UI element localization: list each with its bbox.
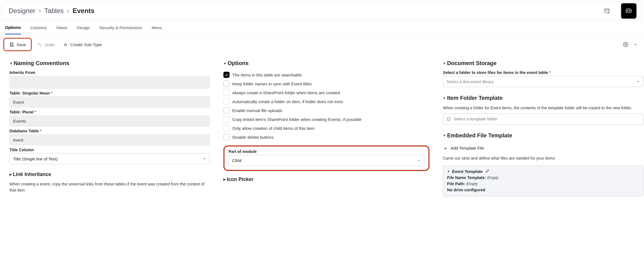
subtype-icon	[63, 42, 68, 47]
inherits-from-label: Inherits From	[9, 70, 210, 75]
toolbar-right	[620, 39, 640, 50]
option-searchable[interactable]: The items in this table are searchable	[223, 70, 430, 79]
chevron-down-icon	[636, 80, 640, 83]
undo-icon	[37, 42, 42, 47]
tab-views[interactable]: Views	[56, 21, 67, 34]
bookmark-icon	[447, 117, 451, 121]
checkbox-icon[interactable]	[223, 134, 230, 140]
toolbar-row: Save Undo Create Sub-Type	[0, 35, 644, 54]
select-placeholder: Select a template folder	[454, 116, 640, 121]
edit-icon[interactable]	[485, 169, 489, 173]
option-label: The items in this table are searchable	[232, 73, 302, 77]
section-title-text: Link Inheritance	[13, 172, 51, 177]
triangle-right-icon: ▶	[9, 173, 12, 176]
required-asterisk: *	[549, 70, 551, 75]
required-asterisk: *	[51, 91, 53, 95]
save-highlight-box: Save	[3, 38, 32, 51]
option-manual-upload[interactable]: Enable manual file uploads	[223, 106, 430, 115]
panel-icon-button[interactable]	[601, 5, 613, 16]
checkbox-icon[interactable]	[223, 81, 230, 87]
section-document-storage[interactable]: ▼ Document Storage	[443, 60, 643, 66]
singular-noun-input	[9, 96, 210, 108]
section-item-folder-template[interactable]: ▼ Item Folder Template	[443, 95, 643, 101]
chevron-down-icon[interactable]	[633, 42, 638, 47]
option-label: Only allow creation of child items of th…	[232, 126, 314, 131]
value-text: Empty	[466, 182, 478, 186]
event-template-box: ▼ Event Template File Name Template: Emp…	[443, 165, 643, 196]
checkbox-icon	[223, 125, 230, 131]
tab-columns[interactable]: Columns	[30, 21, 47, 34]
breadcrumb-root[interactable]: Designer	[9, 7, 35, 15]
option-auto-create-folder[interactable]: Automatically create a folder on item, i…	[223, 97, 430, 106]
option-disable-delete[interactable]: Disable delete buttons	[223, 133, 430, 142]
option-label: Automatically create a folder on item, i…	[232, 99, 343, 104]
plural-label: Table: Plural*	[9, 110, 210, 114]
checkbox-checked-icon[interactable]	[223, 72, 230, 78]
checkbox-icon	[223, 116, 230, 122]
ai-assistant-button[interactable]	[621, 3, 636, 19]
item-folder-desc: When creating a folder for Event items, …	[443, 105, 643, 111]
tab-security[interactable]: Security & Permissions	[99, 21, 142, 34]
column-options: ▼ Options The items in this table are se…	[223, 54, 430, 196]
header-bar: Designer › Tables › Events	[2, 1, 642, 21]
tab-menu[interactable]: Menu	[152, 21, 162, 34]
section-naming-conventions[interactable]: ▼ Naming Conventions	[9, 60, 210, 66]
section-title-text: Document Storage	[447, 60, 497, 66]
content-area: ▼ Naming Conventions Inherits From Table…	[0, 54, 644, 202]
breadcrumb: Designer › Tables › Events	[9, 7, 94, 15]
doc-storage-folder-label: Select a folder to store files for items…	[443, 70, 643, 75]
create-subtype-button[interactable]: Create Sub-Type	[60, 40, 104, 49]
link-inheritance-desc: When creating a event, copy the universa…	[9, 181, 210, 194]
header-actions	[601, 3, 636, 19]
required-asterisk: *	[35, 110, 36, 114]
tab-options[interactable]: Options	[5, 21, 21, 34]
checkbox-icon[interactable]	[223, 107, 230, 113]
section-link-inheritance[interactable]: ▶ Link Inheritance	[9, 172, 210, 177]
part-of-module-label: Part of module	[228, 149, 425, 154]
option-label: Disable delete buttons	[232, 135, 274, 140]
select-value: CRM	[232, 158, 242, 163]
settings-button[interactable]	[620, 39, 631, 50]
db-table-input	[9, 134, 210, 145]
breadcrumb-current: Events	[72, 7, 94, 15]
label-text: File Path:	[447, 182, 465, 186]
option-sync-folder-names[interactable]: Keep folder names in sync with Event tit…	[223, 79, 430, 88]
section-title-text: Naming Conventions	[14, 60, 69, 66]
section-embedded-file-template[interactable]: ▼ Embedded File Template	[443, 132, 643, 139]
file-name-template-line: File Name Template: Empty	[447, 175, 639, 180]
breadcrumb-section[interactable]: Tables	[44, 7, 64, 15]
create-subtype-label: Create Sub-Type	[70, 42, 102, 47]
part-of-module-select[interactable]: CRM	[228, 155, 425, 166]
value-text: Empty	[487, 175, 499, 180]
event-template-header[interactable]: ▼ Event Template	[447, 169, 639, 174]
label-text: Database Table	[9, 129, 39, 133]
label-text: Select a folder to store files for items…	[443, 70, 548, 75]
svg-point-5	[625, 44, 626, 45]
section-title-text: Icon Picker	[227, 177, 253, 182]
template-folder-select[interactable]: Select a template folder	[443, 113, 643, 125]
section-icon-picker[interactable]: ▶ Icon Picker	[223, 177, 430, 182]
toolbar-left: Save Undo Create Sub-Type	[3, 38, 104, 51]
svg-point-2	[627, 11, 628, 11]
title-column-select[interactable]: Title (Single line of Text)	[9, 153, 210, 164]
svg-rect-1	[626, 9, 631, 13]
option-child-items-only[interactable]: Only allow creation of child items of th…	[223, 124, 430, 133]
checkbox-icon	[223, 98, 230, 105]
undo-button[interactable]: Undo	[35, 40, 57, 49]
add-template-file-button[interactable]: ＋ Add Template File	[443, 143, 643, 154]
save-button[interactable]: Save	[6, 40, 29, 49]
section-title-text: Options	[228, 60, 249, 66]
column-document-storage: ▼ Document Storage Select a folder to st…	[443, 54, 643, 196]
triangle-right-icon: ▶	[223, 178, 226, 181]
label-text: No drive configured	[447, 188, 485, 192]
document-library-select[interactable]: Select a document library	[443, 76, 643, 87]
db-table-label: Database Table*	[9, 129, 210, 133]
option-copy-linked-folder[interactable]: Copy linked item's SharePoint folder whe…	[223, 115, 430, 124]
section-options[interactable]: ▼ Options	[223, 60, 430, 66]
triangle-down-icon: ▼	[443, 62, 446, 65]
tab-design[interactable]: Design	[77, 21, 90, 34]
option-always-create-folder[interactable]: Always create a SharePoint folder when i…	[223, 88, 430, 97]
select-placeholder: Select a document library	[447, 79, 494, 84]
option-label: Keep folder names in sync with Event tit…	[232, 81, 312, 86]
svg-rect-0	[605, 9, 609, 13]
